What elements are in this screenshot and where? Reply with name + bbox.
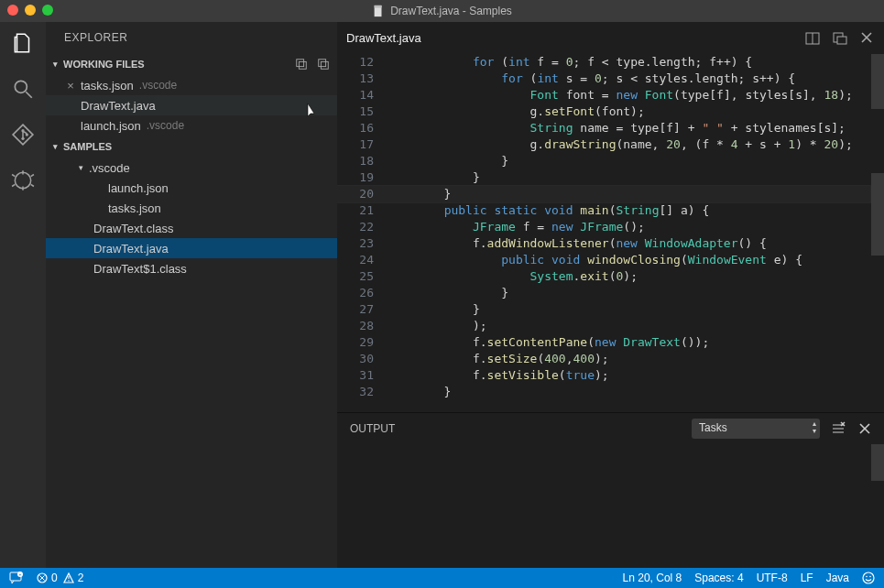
eol[interactable]: LF bbox=[801, 572, 813, 584]
search-icon[interactable] bbox=[11, 77, 35, 101]
debug-icon[interactable] bbox=[11, 169, 35, 192]
window-controls bbox=[7, 5, 53, 16]
svg-rect-17 bbox=[321, 61, 328, 69]
working-file-launch.json[interactable]: launch.json.vscode bbox=[46, 115, 337, 136]
svg-rect-15 bbox=[299, 61, 306, 69]
svg-point-39 bbox=[863, 572, 874, 583]
explorer-title: EXPLORER bbox=[46, 22, 337, 53]
svg-line-11 bbox=[31, 175, 34, 177]
file-label: launch.json bbox=[81, 119, 141, 133]
titlebar: DrawText.java - Samples bbox=[0, 0, 884, 22]
status-bar: + 0 2 Ln 20, Col 8 Spaces: 4 UTF-8 LF Ja… bbox=[0, 568, 884, 588]
line-numbers: 1213141516171819202122232425262728293031… bbox=[337, 54, 387, 412]
language-mode[interactable]: Java bbox=[826, 572, 849, 584]
scrollbar[interactable] bbox=[871, 444, 884, 481]
folder-vscode[interactable]: ▾ .vscode bbox=[46, 158, 337, 178]
file-DrawText$1.class[interactable]: DrawText$1.class bbox=[46, 258, 337, 278]
code-area[interactable]: for (int f = 0; f < type.length; f++) { … bbox=[387, 54, 870, 412]
split-editor-icon[interactable] bbox=[805, 31, 820, 46]
file-label: tasks.json bbox=[81, 79, 134, 93]
svg-rect-16 bbox=[319, 60, 326, 67]
svg-point-7 bbox=[15, 172, 30, 188]
minimap[interactable] bbox=[870, 54, 884, 412]
close-window-button[interactable] bbox=[7, 5, 18, 16]
working-file-DrawText.java[interactable]: DrawText.java bbox=[46, 95, 337, 115]
tab-label: DrawText.java bbox=[346, 31, 421, 45]
file-tasks.json[interactable]: tasks.json bbox=[46, 198, 337, 218]
svg-text:+: + bbox=[19, 572, 22, 577]
samples-label: SAMPLES bbox=[63, 141, 112, 152]
working-files-header[interactable]: ▾ WORKING FILES bbox=[46, 53, 337, 75]
svg-point-38 bbox=[68, 580, 69, 581]
errors-count[interactable]: 0 bbox=[37, 572, 58, 584]
file-label: DrawText.java bbox=[81, 99, 156, 113]
close-file-icon[interactable]: × bbox=[64, 79, 77, 93]
tab-drawtext[interactable]: DrawText.java bbox=[337, 22, 431, 54]
explorer-panel: EXPLORER ▾ WORKING FILES ×tasks.json.vsc… bbox=[46, 22, 337, 568]
close-panel-icon[interactable] bbox=[858, 422, 871, 435]
clear-output-icon[interactable] bbox=[831, 421, 846, 436]
samples-header[interactable]: ▾ SAMPLES bbox=[46, 136, 337, 158]
svg-line-13 bbox=[31, 184, 34, 186]
more-icon[interactable] bbox=[833, 31, 847, 46]
smiley-icon[interactable] bbox=[862, 572, 875, 584]
svg-point-2 bbox=[15, 81, 27, 93]
svg-line-12 bbox=[12, 184, 15, 186]
folder-label: .vscode bbox=[89, 161, 130, 175]
svg-line-3 bbox=[26, 92, 32, 98]
output-channel-select[interactable]: Tasks ▴▾ bbox=[692, 419, 820, 439]
chevron-down-icon: ▾ bbox=[53, 142, 58, 151]
editor-group: DrawText.java 12131415161718192021222324… bbox=[337, 22, 884, 568]
cursor-position[interactable]: Ln 20, Col 8 bbox=[623, 572, 682, 584]
svg-rect-14 bbox=[297, 60, 304, 67]
explorer-icon[interactable] bbox=[11, 31, 35, 55]
file-launch.json[interactable]: launch.json bbox=[46, 178, 337, 198]
warnings-count[interactable]: 2 bbox=[63, 572, 84, 584]
window-title: DrawText.java - Samples bbox=[372, 5, 512, 17]
save-all-icon[interactable] bbox=[295, 58, 308, 71]
feedback-icon[interactable]: + bbox=[9, 571, 24, 585]
chevron-down-icon: ▾ bbox=[79, 163, 83, 172]
close-all-icon[interactable] bbox=[317, 58, 330, 71]
file-meta: .vscode bbox=[139, 79, 177, 92]
file-DrawText.java[interactable]: DrawText.java bbox=[46, 238, 337, 258]
svg-point-41 bbox=[869, 576, 871, 578]
code-editor[interactable]: 1213141516171819202122232425262728293031… bbox=[337, 54, 884, 412]
working-files-label: WORKING FILES bbox=[63, 59, 145, 70]
working-file-tasks.json[interactable]: ×tasks.json.vscode bbox=[46, 75, 337, 95]
svg-line-10 bbox=[12, 175, 15, 177]
encoding[interactable]: UTF-8 bbox=[757, 572, 788, 584]
file-meta: .vscode bbox=[147, 119, 184, 132]
chevron-down-icon: ▾ bbox=[53, 60, 58, 69]
svg-rect-1 bbox=[375, 5, 382, 8]
output-panel: OUTPUT Tasks ▴▾ bbox=[337, 412, 884, 568]
close-editor-icon[interactable] bbox=[860, 31, 873, 44]
file-icon bbox=[372, 5, 385, 17]
minimize-window-button[interactable] bbox=[25, 5, 36, 16]
svg-rect-21 bbox=[837, 37, 846, 44]
output-label: OUTPUT bbox=[350, 422, 395, 435]
file-DrawText.class[interactable]: DrawText.class bbox=[46, 218, 337, 238]
indentation[interactable]: Spaces: 4 bbox=[694, 572, 743, 584]
output-body[interactable] bbox=[337, 444, 884, 568]
svg-point-40 bbox=[866, 576, 868, 578]
zoom-window-button[interactable] bbox=[42, 5, 53, 16]
editor-tabs: DrawText.java bbox=[337, 22, 884, 54]
git-icon[interactable] bbox=[11, 123, 35, 147]
activity-bar bbox=[0, 22, 46, 568]
